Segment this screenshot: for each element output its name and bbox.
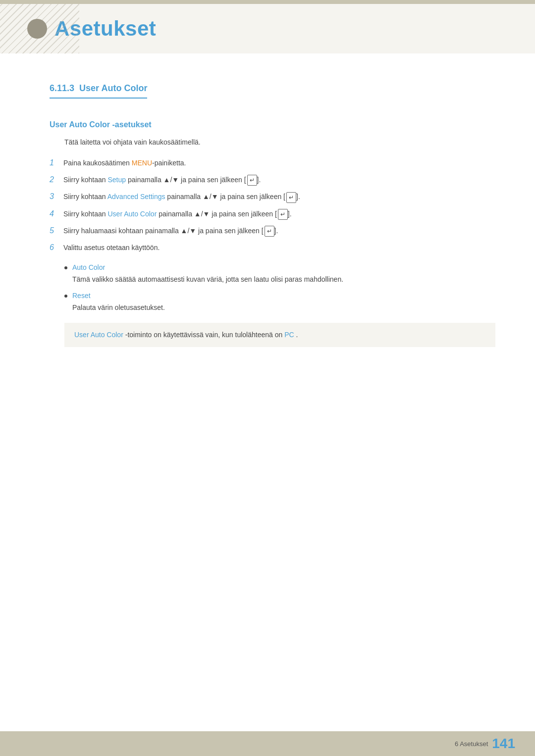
- step-3: 3 Siirry kohtaan Advanced Settings paina…: [50, 191, 495, 202]
- user-auto-color-highlight: User Auto Color: [107, 210, 157, 218]
- step-1: 1 Paina kaukosäätimen MENU-painiketta.: [50, 157, 495, 169]
- bullet-dot-1: [64, 266, 67, 269]
- step-4: 4 Siirry kohtaan User Auto Color painama…: [50, 208, 495, 220]
- footer-section-label: 6 Asetukset: [455, 740, 488, 748]
- step-text-3: Siirry kohtaan Advanced Settings painama…: [63, 192, 495, 202]
- step-number-6: 6: [50, 242, 63, 253]
- step-5: 5 Siirry haluamaasi kohtaan painamalla ▲…: [50, 225, 495, 237]
- footer-page-number: 141: [492, 736, 515, 752]
- bullet-list: Auto Color Tämä valikko säätää automaatt…: [64, 263, 495, 313]
- subsection-heading-wrapper: User Auto Color -asetukset: [50, 120, 495, 129]
- diagonal-decoration: [0, 4, 99, 53]
- step-number-2: 2: [50, 174, 63, 186]
- note-pc-highlight: PC: [284, 331, 294, 339]
- step-text-2: Siirry kohtaan Setup painamalla ▲/▼ ja p…: [63, 175, 495, 186]
- enter-icon-2: ↵: [247, 175, 257, 186]
- step-2: 2 Siirry kohtaan Setup painamalla ▲/▼ ja…: [50, 174, 495, 186]
- bullet-dot-2: [64, 295, 67, 298]
- bullet-reset-header: Reset: [64, 292, 495, 300]
- subsection-heading: User Auto Color -asetukset: [50, 120, 152, 129]
- enter-icon-5: ↵: [265, 226, 274, 237]
- note-box: User Auto Color -toiminto on käytettävis…: [64, 323, 495, 347]
- step-6: 6 Valittu asetus otetaan käyttöön.: [50, 242, 495, 253]
- page-wrapper: Asetukset 6.11.3 User Auto Color User Au…: [0, 0, 535, 756]
- step-text-1: Paina kaukosäätimen MENU-painiketta.: [63, 158, 495, 168]
- bullet-auto-color-desc: Tämä valikko säätää automaattisesti kuva…: [72, 274, 495, 285]
- intro-text: Tätä laitetta voi ohjata vain kaukosääti…: [64, 138, 495, 146]
- bullet-reset: Reset Palauta värin oletusasetukset.: [64, 292, 495, 313]
- setup-highlight: Setup: [107, 176, 126, 184]
- header-area: Asetukset: [0, 4, 535, 53]
- bullet-reset-desc: Palauta värin oletusasetukset.: [72, 302, 495, 313]
- step-text-5: Siirry haluamaasi kohtaan painamalla ▲/▼…: [63, 226, 495, 237]
- bullet-reset-label: Reset: [72, 292, 91, 300]
- bullet-auto-color-label: Auto Color: [72, 263, 105, 271]
- note-text: -toiminto on käytettävissä vain, kun tul…: [125, 331, 284, 339]
- step-number-4: 4: [50, 208, 63, 220]
- top-stripe: [0, 0, 535, 4]
- step-text-4: Siirry kohtaan User Auto Color painamall…: [63, 209, 495, 220]
- bullet-auto-color: Auto Color Tämä valikko säätää automaatt…: [64, 263, 495, 285]
- content-area: 6.11.3 User Auto Color User Auto Color -…: [0, 53, 535, 731]
- advanced-settings-highlight: Advanced Settings: [107, 193, 165, 201]
- circle-icon: [27, 19, 47, 39]
- section-heading-wrapper: 6.11.3 User Auto Color: [50, 83, 495, 108]
- note-user-auto-color: User Auto Color: [74, 331, 123, 339]
- bullet-auto-color-header: Auto Color: [64, 263, 495, 271]
- menu-highlight: MENU: [132, 159, 152, 167]
- steps-list: 1 Paina kaukosäätimen MENU-painiketta. 2…: [50, 157, 495, 253]
- footer: 6 Asetukset 141: [0, 731, 535, 756]
- enter-icon-4: ↵: [278, 209, 288, 220]
- note-period: .: [296, 331, 298, 339]
- section-heading: 6.11.3 User Auto Color: [50, 83, 147, 99]
- step-text-6: Valittu asetus otetaan käyttöön.: [63, 243, 495, 253]
- enter-icon-3: ↵: [286, 192, 296, 203]
- step-number-1: 1: [50, 157, 63, 169]
- step-number-3: 3: [50, 191, 63, 202]
- step-number-5: 5: [50, 225, 63, 237]
